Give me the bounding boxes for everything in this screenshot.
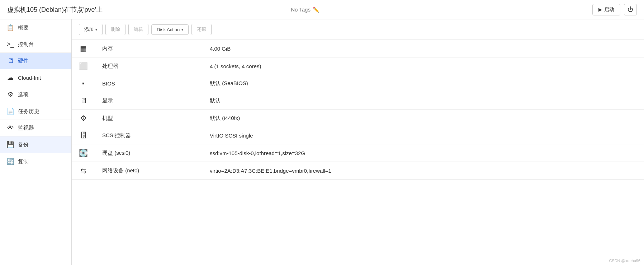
bios-value: 默认 (SeaBIOS) (203, 75, 644, 92)
start-label: 启动 (604, 6, 614, 13)
edit-button[interactable]: 编辑 (128, 24, 148, 35)
power-button[interactable]: ⏻ (624, 4, 637, 15)
machine-value: 默认 (i440fx) (203, 110, 644, 127)
sidebar-item-cloud-init[interactable]: ☁Cloud-Init (0, 69, 71, 86)
summary-icon: 📋 (6, 24, 14, 32)
add-dropdown-arrow: ▾ (95, 28, 97, 32)
delete-label: 删除 (111, 26, 120, 33)
main-layout: 📋概要>_控制台🖥硬件☁Cloud-Init⚙选项📄任务历史👁监视器💾备份🔄复制… (0, 19, 644, 265)
network-label: 网络设备 (net0) (95, 162, 203, 180)
content-area: 添加 ▾ 删除 编辑 Disk Action ▾ 还原 ▦内存4.00 GiB⬜… (72, 19, 644, 265)
sidebar-label-monitor: 监视器 (18, 125, 34, 131)
disk-value: ssd:vm-105-disk-0,iothread=1,size=32G (203, 144, 644, 162)
restore-button[interactable]: 还原 (191, 24, 212, 35)
sidebar-label-summary: 概要 (18, 24, 29, 31)
table-row[interactable]: ⬜处理器4 (1 sockets, 4 cores) (72, 57, 644, 75)
scsi-icon: 🗄 (72, 127, 95, 144)
disk-action-dropdown-arrow: ▾ (181, 28, 183, 32)
start-button[interactable]: ▶ 启动 (592, 4, 620, 15)
hardware-table: ▦内存4.00 GiB⬜处理器4 (1 sockets, 4 cores)▪BI… (72, 40, 644, 180)
sidebar-label-backup: 备份 (18, 141, 29, 148)
options-icon: ⚙ (6, 90, 14, 98)
sidebar-label-cloud-init: Cloud-Init (18, 75, 41, 81)
disk-label: 硬盘 (scsi0) (95, 144, 203, 162)
page-title: 虚拟机105 (Debian)在节点'pve'上 (7, 5, 280, 14)
memory-value: 4.00 GiB (203, 40, 644, 57)
sidebar-item-options[interactable]: ⚙选项 (0, 86, 71, 103)
console-icon: >_ (6, 41, 14, 48)
sidebar-item-backup[interactable]: 💾备份 (0, 136, 71, 153)
monitor-icon: 👁 (6, 124, 14, 132)
edit-label: 编辑 (134, 26, 143, 33)
cloud-init-icon: ☁ (6, 74, 14, 82)
sidebar-item-replicate[interactable]: 🔄复制 (0, 153, 71, 170)
scsi-label: SCSI控制器 (95, 127, 203, 144)
restore-label: 还原 (197, 26, 206, 33)
sidebar-label-console: 控制台 (18, 41, 34, 48)
add-button[interactable]: 添加 ▾ (79, 24, 103, 35)
replicate-icon: 🔄 (6, 158, 14, 166)
processor-value: 4 (1 sockets, 4 cores) (203, 57, 644, 75)
machine-icon: ⚙ (72, 110, 95, 127)
backup-icon: 💾 (6, 141, 14, 149)
tag-edit-icon[interactable]: ✏️ (313, 6, 319, 13)
toolbar: 添加 ▾ 删除 编辑 Disk Action ▾ 还原 (72, 19, 644, 40)
play-icon: ▶ (598, 7, 602, 12)
tags-label: No Tags (291, 6, 311, 13)
scsi-value: VirtIO SCSI single (203, 127, 644, 144)
memory-label: 内存 (95, 40, 203, 57)
header-actions: ▶ 启动 ⏻ (592, 4, 637, 15)
disk-action-button[interactable]: Disk Action ▾ (151, 24, 189, 35)
sidebar-label-replicate: 复制 (18, 158, 29, 165)
table-row[interactable]: 🗄SCSI控制器VirtIO SCSI single (72, 127, 644, 144)
top-header: 虚拟机105 (Debian)在节点'pve'上 No Tags ✏️ ▶ 启动… (0, 0, 644, 19)
hardware-icon: 🖥 (6, 57, 14, 65)
table-row[interactable]: ▦内存4.00 GiB (72, 40, 644, 57)
table-row[interactable]: 🖥显示默认 (72, 92, 644, 110)
network-icon: ⇆ (72, 162, 95, 180)
table-row[interactable]: ⇆网络设备 (net0)virtio=2A:D3:A7:3C:BE:E1,bri… (72, 162, 644, 180)
bios-icon: ▪ (72, 75, 95, 92)
delete-button[interactable]: 删除 (105, 24, 126, 35)
tags-section: No Tags ✏️ (291, 6, 319, 13)
display-label: 显示 (95, 92, 203, 110)
disk-icon: 💽 (72, 144, 95, 162)
machine-label: 机型 (95, 110, 203, 127)
sidebar-item-console[interactable]: >_控制台 (0, 36, 71, 53)
table-row[interactable]: 💽硬盘 (scsi0)ssd:vm-105-disk-0,iothread=1,… (72, 144, 644, 162)
power-icon: ⏻ (628, 6, 633, 13)
table-row[interactable]: ▪BIOS默认 (SeaBIOS) (72, 75, 644, 92)
processor-label: 处理器 (95, 57, 203, 75)
add-label: 添加 (84, 26, 94, 33)
display-value: 默认 (203, 92, 644, 110)
sidebar-item-summary[interactable]: 📋概要 (0, 19, 71, 36)
sidebar: 📋概要>_控制台🖥硬件☁Cloud-Init⚙选项📄任务历史👁监视器💾备份🔄复制 (0, 19, 72, 265)
sidebar-item-hardware[interactable]: 🖥硬件 (0, 53, 71, 69)
disk-action-label: Disk Action (157, 27, 180, 32)
sidebar-label-hardware: 硬件 (18, 57, 29, 64)
display-icon: 🖥 (72, 92, 95, 110)
bios-label: BIOS (95, 75, 203, 92)
processor-icon: ⬜ (72, 57, 95, 75)
sidebar-label-task-history: 任务历史 (18, 108, 39, 115)
memory-icon: ▦ (72, 40, 95, 57)
table-row[interactable]: ⚙机型默认 (i440fx) (72, 110, 644, 127)
sidebar-item-task-history[interactable]: 📄任务历史 (0, 103, 71, 120)
sidebar-item-monitor[interactable]: 👁监视器 (0, 120, 71, 136)
sidebar-label-options: 选项 (18, 91, 29, 98)
watermark: CSDN @xuehu96 (609, 259, 640, 263)
network-value: virtio=2A:D3:A7:3C:BE:E1,bridge=vmbr0,fi… (203, 162, 644, 180)
task-history-icon: 📄 (6, 107, 14, 115)
